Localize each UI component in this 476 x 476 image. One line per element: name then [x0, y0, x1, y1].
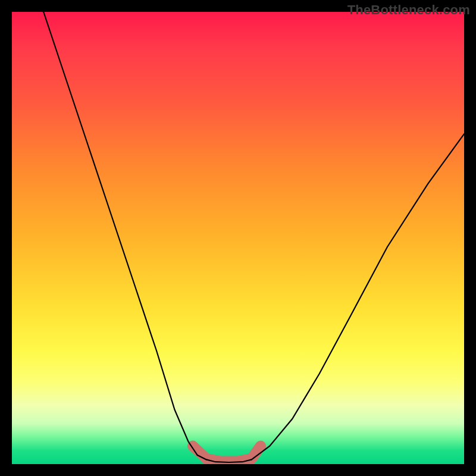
- curve-left-branch: [43, 12, 206, 459]
- curve-layer: [12, 12, 464, 464]
- watermark-text: TheBottleneck.com: [347, 2, 470, 18]
- chart-frame: TheBottleneck.com: [0, 0, 476, 476]
- highlight-segment: [193, 446, 261, 462]
- plot-area: [12, 12, 464, 464]
- curve-right-branch: [252, 134, 464, 459]
